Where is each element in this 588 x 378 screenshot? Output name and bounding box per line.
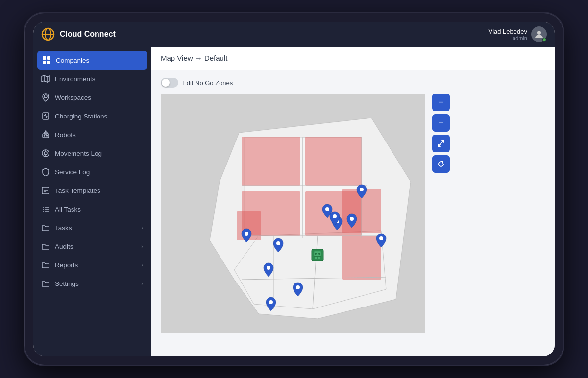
tablet-screen: Cloud Connect Vlad Lebedev admin [33, 22, 555, 356]
expand-button[interactable] [432, 135, 450, 152]
sidebar-label-robots: Robots [55, 131, 76, 139]
chevron-right-icon: › [141, 262, 143, 268]
sidebar-label-all-tasks: All Tasks [55, 206, 81, 213]
svg-point-59 [379, 236, 383, 240]
sidebar-item-service-log[interactable]: Service Log [33, 163, 151, 181]
top-bar-left: Cloud Connect [33, 27, 151, 41]
sidebar-item-tasks[interactable]: Tasks › [33, 218, 151, 237]
sidebar-item-reports[interactable]: Reports › [33, 256, 151, 274]
app-title: Cloud Connect [60, 30, 116, 39]
sidebar-label-workspaces: Workspaces [55, 94, 91, 101]
online-indicator [542, 38, 546, 42]
sidebar-item-environments[interactable]: Environments [33, 70, 151, 88]
chevron-right-icon: › [141, 243, 143, 249]
svg-point-56 [350, 217, 354, 221]
sidebar-item-audits[interactable]: Audits › [33, 237, 151, 256]
svg-rect-69 [318, 257, 320, 259]
no-go-zones-label: Edit No Go Zones [182, 79, 233, 87]
sidebar-item-charging-stations[interactable]: Charging Stations [33, 107, 151, 125]
svg-rect-68 [315, 257, 317, 259]
svg-rect-17 [44, 132, 47, 134]
chevron-right-icon: › [141, 225, 143, 231]
sidebar-label-movements-log: Movements Log [55, 150, 102, 157]
map-icon [41, 74, 50, 83]
svg-point-58 [360, 188, 364, 191]
sidebar-item-workspaces[interactable]: Workspaces [33, 88, 151, 107]
folder-audits-icon [41, 242, 50, 251]
svg-point-61 [269, 300, 273, 304]
svg-point-66 [318, 253, 320, 255]
map-svg [161, 94, 425, 333]
svg-point-57 [333, 214, 337, 218]
charging-icon [41, 112, 50, 120]
zoom-in-button[interactable]: + [432, 94, 450, 111]
svg-point-54 [267, 266, 270, 270]
sidebar-label-environments: Environments [55, 75, 96, 83]
content-body: Edit No Go Zones [151, 70, 555, 356]
sidebar-label-service-log: Service Log [55, 168, 90, 176]
svg-point-65 [315, 253, 317, 255]
toggle-thumb [162, 79, 170, 87]
map-toggle-row: Edit No Go Zones [161, 78, 545, 88]
user-icon [534, 29, 544, 39]
sidebar-item-companies[interactable]: Companies [37, 51, 147, 70]
svg-point-60 [296, 285, 300, 289]
all-tasks-icon [41, 205, 50, 213]
chevron-right-icon: › [141, 281, 143, 286]
folder-settings-icon [41, 279, 50, 288]
svg-rect-6 [43, 61, 46, 64]
map-controls: + − [432, 94, 450, 173]
svg-rect-39 [305, 137, 362, 186]
location-icon [41, 93, 50, 102]
sidebar-label-tasks: Tasks [55, 224, 72, 232]
sidebar-item-robots[interactable]: Robots [33, 125, 151, 144]
task-templates-icon [41, 186, 50, 195]
no-go-zones-toggle[interactable] [161, 78, 178, 88]
user-role: admin [488, 35, 527, 41]
tablet-frame: Cloud Connect Vlad Lebedev admin [24, 13, 564, 365]
user-info: Vlad Lebedev admin [488, 26, 547, 42]
sidebar-item-all-tasks[interactable]: All Tasks [33, 200, 151, 218]
refresh-button[interactable] [432, 155, 450, 173]
svg-point-18 [44, 135, 45, 136]
svg-rect-38 [242, 137, 300, 186]
user-name: Vlad Lebedev [488, 28, 527, 35]
main-layout: Companies Environments [33, 47, 555, 356]
content-area: Map View → Default Edit No Go Zones [151, 47, 555, 356]
sidebar-label-reports: Reports [55, 261, 78, 269]
zoom-out-button[interactable]: − [432, 114, 450, 132]
shield-icon [41, 167, 50, 176]
svg-rect-5 [47, 56, 50, 60]
avatar [531, 26, 547, 42]
top-bar: Cloud Connect Vlad Lebedev admin [33, 22, 555, 47]
movements-icon [41, 149, 50, 158]
map-container[interactable] [161, 94, 425, 333]
sidebar: Companies Environments [33, 47, 151, 356]
svg-point-52 [325, 207, 329, 211]
robot-indicator [312, 249, 323, 261]
sidebar-label-settings: Settings [55, 280, 79, 287]
svg-rect-7 [47, 61, 50, 64]
sidebar-label-audits: Audits [55, 243, 74, 250]
grid-icon [42, 56, 51, 65]
svg-point-21 [45, 131, 46, 132]
svg-point-62 [245, 232, 248, 236]
svg-rect-4 [43, 56, 46, 60]
robot-icon [41, 130, 50, 139]
sidebar-item-movements-log[interactable]: Movements Log [33, 144, 151, 163]
sidebar-label-task-templates: Task Templates [55, 187, 100, 194]
sidebar-label-companies: Companies [56, 57, 89, 64]
sidebar-item-settings[interactable]: Settings › [33, 274, 151, 293]
breadcrumb: Map View → Default [161, 54, 227, 62]
logo-icon [41, 27, 55, 41]
user-text: Vlad Lebedev admin [488, 28, 527, 41]
svg-point-53 [276, 241, 280, 245]
svg-point-19 [47, 135, 48, 136]
svg-point-3 [537, 31, 541, 35]
map-wrapper: + − [161, 94, 425, 333]
sidebar-item-task-templates[interactable]: Task Templates [33, 181, 151, 200]
svg-point-23 [44, 152, 47, 155]
svg-rect-42 [342, 236, 381, 280]
svg-point-10 [44, 95, 47, 98]
content-header: Map View → Default [151, 47, 555, 70]
